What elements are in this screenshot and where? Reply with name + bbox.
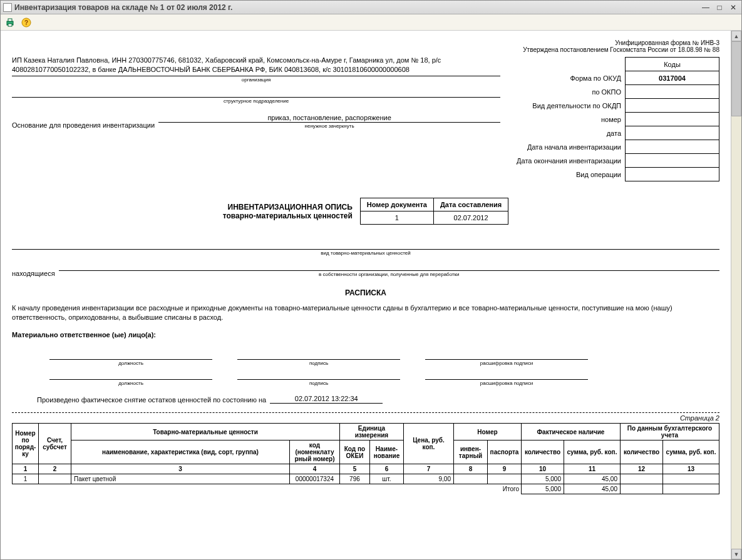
scroll-up-button[interactable]: ▲ [731, 31, 741, 41]
scroll-thumb[interactable] [731, 41, 741, 116]
cell-inv [453, 474, 487, 484]
located-line [59, 262, 719, 271]
minimize-button[interactable]: — [700, 3, 711, 13]
maximize-button[interactable]: □ [714, 3, 725, 13]
snapshot-value: 02.07.2012 13:22:34 [270, 395, 383, 404]
okdp-value [626, 99, 719, 113]
cell-book-sum [663, 474, 719, 484]
cell-book-qty [621, 474, 663, 484]
cell-okei: 796 [339, 474, 369, 484]
org-caption: организация [12, 77, 500, 83]
sig1-sign-cap: подпись [237, 360, 400, 366]
page-marker: Страница 2 [12, 412, 719, 422]
vertical-scrollbar[interactable]: ▲ ▼ [731, 31, 741, 559]
sig1-decode-line [425, 351, 588, 360]
close-button[interactable]: ✕ [728, 3, 739, 13]
h-pass: паспорта [487, 440, 521, 464]
table-row: 1 Пакет цветной 00000017324 796 шт. 9,00… [13, 474, 719, 484]
data-table: Номер по поряд-ку Счет, субсчет Товарно-… [12, 423, 719, 494]
number-value [626, 113, 719, 126]
inv-start-label: Дата начала инвентаризации [513, 140, 625, 154]
oper-label: Вид операции [513, 168, 625, 181]
located-label: находящиеся [12, 270, 55, 277]
codes-block: Коды Форма по ОКУД0317004 по ОКПО Вид де… [513, 57, 719, 181]
inv-end-value [626, 154, 719, 168]
h-goods: Товарно-материальные ценности [71, 424, 340, 440]
form-header-2: Утверждена постановлением Госкомстата Ро… [12, 46, 719, 53]
sig1-decode-cap: расшифровка подписи [425, 360, 588, 366]
inv-end-label: Дата окончания инвентаризации [513, 154, 625, 168]
h-goods-code: код (номенклату рный номер) [289, 440, 339, 464]
colnum-10: 10 [521, 464, 564, 474]
h-fact-qty: количество [521, 440, 564, 464]
scroll-track[interactable] [731, 41, 741, 549]
h-acc: Счет, субсчет [39, 424, 71, 464]
receipt-title: РАСПИСКА [12, 288, 719, 297]
inv-start-value [626, 140, 719, 154]
window: Инвентаризация товаров на складе № 1 от … [0, 0, 742, 560]
toolbar: ? [1, 14, 741, 31]
sig2-position-cap: должность [49, 380, 212, 386]
unit-line [12, 89, 500, 98]
cell-unit: шт. [369, 474, 403, 484]
located-caption: в собственности организации, полученные … [59, 272, 719, 277]
total-fact-sum: 45,00 [564, 484, 620, 494]
h-inv: инвен-тарный [453, 440, 487, 464]
h-unit-code: Код по ОКЕИ [339, 440, 369, 464]
h-unit: Единица измерения [339, 424, 403, 440]
h-book-sum: сумма, руб. коп. [663, 440, 719, 464]
window-controls: — □ ✕ [700, 3, 739, 13]
svg-rect-2 [8, 24, 12, 26]
sig2-sign-line [237, 371, 400, 380]
sig1-sign-line [237, 351, 400, 360]
basis-caption: ненужное зачеркнуть [158, 123, 500, 129]
doc-title-1: ИНВЕНТАРИЗАЦИОННАЯ ОПИСЬ [223, 203, 353, 211]
number-label: номер [513, 113, 625, 126]
colnum-13: 13 [663, 464, 719, 474]
sig2-decode-line [425, 371, 588, 380]
cell-name: Пакет цветной [71, 474, 290, 484]
colnum-12: 12 [621, 464, 663, 474]
sig1-position-line [49, 351, 212, 360]
codes-table: Коды Форма по ОКУД0317004 по ОКПО Вид де… [513, 57, 719, 181]
printer-icon [5, 18, 15, 28]
h-price: Цена, руб. коп. [403, 424, 453, 464]
codes-header: Коды [626, 58, 719, 71]
h-fact-sum: сумма, руб. коп. [564, 440, 620, 464]
kind-line [12, 241, 719, 250]
okpo-value [626, 85, 719, 99]
cell-n: 1 [13, 474, 39, 484]
sig1-position-cap: должность [49, 360, 212, 366]
oper-value [626, 168, 719, 181]
cell-acc [39, 474, 71, 484]
receipt-text: К началу проведения инвентаризации все р… [12, 303, 719, 323]
total-book-sum [663, 484, 719, 494]
cell-pass [487, 474, 521, 484]
okpo-label: по ОКПО [513, 85, 625, 99]
cell-price: 9,00 [403, 474, 453, 484]
colnum-1: 1 [13, 464, 39, 474]
h-book: По данным бухгалтерского учета [621, 424, 719, 440]
basis-value: приказ, постановление, распоряжение [158, 114, 500, 123]
cell-fact-qty: 5,000 [521, 474, 564, 484]
colnum-9: 9 [487, 464, 521, 474]
snapshot-label: Произведено фактическое снятие остатков … [37, 396, 266, 404]
svg-text:?: ? [24, 19, 28, 26]
date-label: дата [513, 126, 625, 140]
doc-number: 1 [360, 211, 433, 225]
cell-code: 00000017324 [289, 474, 339, 484]
scroll-down-button[interactable]: ▼ [731, 549, 741, 559]
cell-fact-sum: 45,00 [564, 474, 620, 484]
okud-label: Форма по ОКУД [513, 71, 625, 85]
print-button[interactable] [3, 16, 17, 29]
window-title: Инвентаризация товаров на складе № 1 от … [14, 3, 700, 12]
document-icon [3, 3, 12, 12]
help-button[interactable]: ? [19, 16, 33, 29]
colnum-6: 6 [369, 464, 403, 474]
content-area: Унифицированная форма № ИНВ-3 Утверждена… [1, 31, 741, 559]
colnum-4: 4 [289, 464, 339, 474]
kind-caption: вид товарно-материальных ценностей [12, 250, 719, 256]
doc-meta-table: Номер документа Дата составления 1 02.07… [360, 198, 508, 225]
colnum-5: 5 [339, 464, 369, 474]
h-fact: Фактическое наличие [521, 424, 620, 440]
